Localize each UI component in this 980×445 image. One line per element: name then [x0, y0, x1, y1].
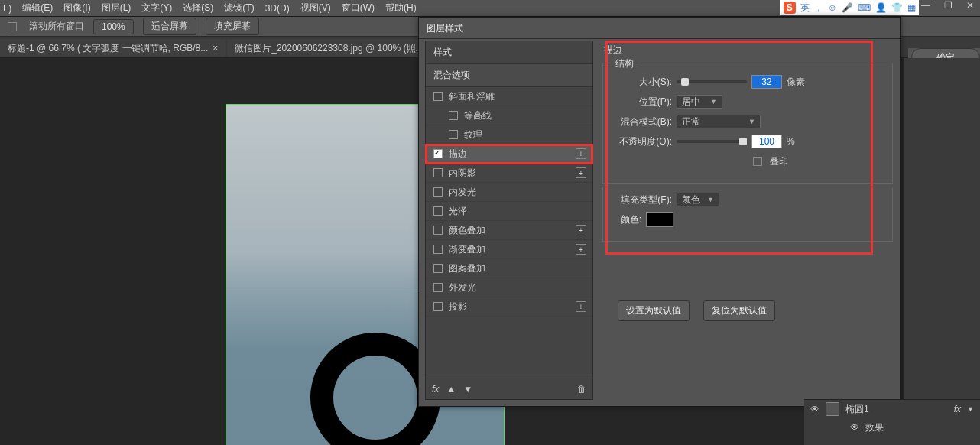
style-label: 颜色叠加: [449, 224, 485, 237]
layer-effects-row[interactable]: 👁 效果: [804, 418, 980, 437]
fill-fieldset: 填充类型(F): 颜色▼ 颜色:: [602, 187, 893, 242]
style-checkbox[interactable]: [433, 264, 443, 273]
size-slider[interactable]: [677, 80, 747, 83]
color-swatch[interactable]: [646, 212, 673, 227]
style-checkbox[interactable]: [433, 187, 443, 197]
position-dropdown[interactable]: 居中▼: [677, 95, 722, 109]
dialog-title: 图层样式: [419, 18, 900, 39]
close-icon[interactable]: ✕: [966, 0, 974, 11]
layer-row-ellipse[interactable]: 👁 椭圆1 fx▼: [804, 400, 980, 418]
visibility-eye-icon[interactable]: 👁: [810, 404, 819, 414]
style-checkbox[interactable]: [433, 92, 443, 101]
ime-shirt-icon[interactable]: 👕: [891, 2, 903, 13]
fill-screen-button[interactable]: 填充屏幕: [206, 18, 259, 35]
restore-icon[interactable]: ❐: [944, 0, 952, 11]
styles-list: 样式 混合选项 斜面和浮雕等高线纹理描边+内阴影+内发光光泽颜色叠加+渐变叠加+…: [425, 41, 593, 400]
set-default-button[interactable]: 设置为默认值: [618, 300, 690, 321]
style-checkbox[interactable]: [433, 206, 443, 216]
trash-icon[interactable]: 🗑: [577, 384, 586, 395]
style-item-3[interactable]: 描边+: [426, 145, 592, 164]
style-item-5[interactable]: 内发光: [426, 183, 592, 202]
style-item-9[interactable]: 图案叠加: [426, 259, 592, 278]
menu-help[interactable]: 帮助(H): [385, 2, 417, 15]
visibility-eye-icon[interactable]: 👁: [850, 422, 859, 433]
style-item-1[interactable]: 等高线: [426, 106, 592, 125]
style-item-0[interactable]: 斜面和浮雕: [426, 87, 592, 106]
ime-smile-icon[interactable]: ☺: [828, 2, 837, 13]
add-effect-icon[interactable]: +: [576, 244, 586, 255]
menu-layer[interactable]: 图层(L): [102, 2, 131, 15]
menu-select[interactable]: 选择(S): [183, 2, 213, 15]
style-checkbox[interactable]: [433, 226, 443, 235]
layer-thumb[interactable]: [826, 402, 839, 416]
add-effect-icon[interactable]: +: [576, 167, 586, 178]
blendmode-dropdown[interactable]: 正常▼: [677, 115, 761, 128]
style-item-6[interactable]: 光泽: [426, 202, 592, 221]
style-item-2[interactable]: 纹理: [426, 125, 592, 145]
tab-doc-1-label: 标题-1 @ 66.7% ( 文字弧度 一键调节哈, RGB/8...: [8, 43, 208, 54]
style-checkbox[interactable]: [433, 283, 443, 292]
ime-grid-icon[interactable]: ▦: [907, 2, 916, 13]
fx-badge[interactable]: fx: [954, 404, 961, 414]
opacity-slider[interactable]: [677, 140, 747, 143]
overprint-label: 叠印: [770, 155, 788, 168]
style-checkbox[interactable]: [433, 245, 443, 254]
chevron-down-icon[interactable]: ▼: [967, 405, 974, 413]
arrow-up-icon[interactable]: ▲: [446, 384, 456, 395]
ime-keyboard-icon[interactable]: ⌨: [858, 2, 871, 13]
px-label: 像素: [787, 76, 805, 89]
menu-type[interactable]: 文字(Y): [141, 2, 172, 15]
menu-3d[interactable]: 3D(D): [265, 3, 290, 14]
style-checkbox[interactable]: [433, 168, 443, 177]
style-checkbox[interactable]: [433, 302, 443, 311]
overprint-checkbox[interactable]: [753, 157, 762, 166]
style-checkbox[interactable]: [433, 149, 443, 158]
tab-doc-1[interactable]: 标题-1 @ 66.7% ( 文字弧度 一键调节哈, RGB/8...×: [0, 39, 226, 57]
add-effect-icon[interactable]: +: [576, 148, 586, 159]
style-label: 内发光: [449, 186, 476, 199]
opacity-input[interactable]: 100: [751, 135, 782, 148]
style-item-11[interactable]: 投影+: [426, 297, 592, 317]
ime-mic-icon[interactable]: 🎤: [842, 2, 853, 13]
add-effect-icon[interactable]: +: [576, 225, 586, 235]
style-item-8[interactable]: 渐变叠加+: [426, 240, 592, 259]
style-item-7[interactable]: 颜色叠加+: [426, 221, 592, 240]
menu-view[interactable]: 视图(V): [300, 2, 331, 15]
reset-default-button[interactable]: 复位为默认值: [703, 300, 775, 321]
styles-header[interactable]: 样式: [426, 41, 592, 64]
chevron-down-icon: ▼: [748, 118, 755, 125]
style-label: 投影: [449, 300, 467, 313]
ime-comma-icon[interactable]: ，: [814, 2, 823, 15]
filltype-dropdown[interactable]: 颜色▼: [677, 193, 719, 206]
arrow-down-icon[interactable]: ▼: [463, 384, 472, 395]
style-checkbox[interactable]: [449, 111, 458, 120]
menu-edit[interactable]: 编辑(E): [22, 2, 53, 15]
ime-person-icon[interactable]: 👤: [875, 2, 887, 13]
fit-screen-button[interactable]: 适合屏幕: [143, 18, 196, 35]
tab-doc-2-label: 微信图片_20200606223308.jpg @ 100% (照...: [235, 43, 423, 54]
add-effect-icon[interactable]: +: [576, 301, 586, 312]
style-checkbox[interactable]: [449, 130, 458, 139]
scroll-all-checkbox[interactable]: [8, 22, 17, 31]
ime-lang[interactable]: 英: [800, 2, 810, 15]
menu-window[interactable]: 窗口(W): [342, 2, 375, 15]
size-input[interactable]: 32: [751, 75, 782, 89]
chevron-down-icon: ▼: [710, 98, 717, 106]
tab-doc-2[interactable]: 微信图片_20200606223308.jpg @ 100% (照...: [227, 39, 430, 57]
style-label: 图案叠加: [449, 262, 485, 275]
layer-style-dialog: 图层样式 样式 混合选项 斜面和浮雕等高线纹理描边+内阴影+内发光光泽颜色叠加+…: [418, 17, 901, 407]
menu-file[interactable]: F): [3, 3, 11, 14]
menu-image[interactable]: 图像(I): [63, 2, 90, 15]
fx-label[interactable]: fx: [432, 384, 439, 395]
structure-legend: 结构: [611, 57, 638, 70]
sogou-icon[interactable]: S: [784, 2, 796, 14]
blend-options-header[interactable]: 混合选项: [426, 64, 592, 87]
style-item-4[interactable]: 内阴影+: [426, 164, 592, 183]
menu-filter[interactable]: 滤镜(T): [224, 2, 254, 15]
ime-tray: S 英 ， ☺ 🎤 ⌨ 👤 👕 ▦: [780, 0, 919, 15]
layer-name: 椭圆1: [845, 403, 869, 416]
minimize-icon[interactable]: —: [921, 0, 930, 11]
style-item-10[interactable]: 外发光: [426, 278, 592, 297]
zoom-value[interactable]: 100%: [93, 19, 134, 34]
tab-close-icon[interactable]: ×: [213, 43, 218, 54]
